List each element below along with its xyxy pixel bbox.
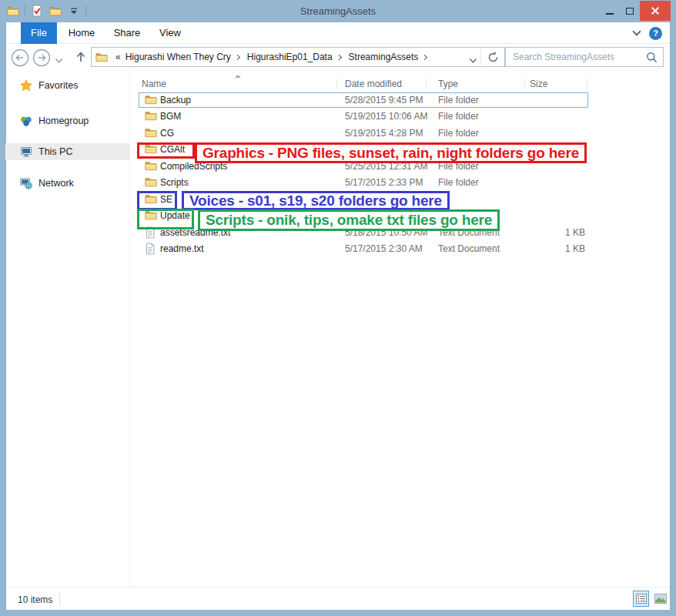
date-modified: 5/17/2015 2:30 AM — [345, 241, 423, 256]
maximize-icon — [626, 8, 634, 15]
file-name: CG — [160, 126, 174, 141]
folder-icon — [145, 127, 157, 139]
table-row[interactable]: CG5/19/2015 4:28 PMFile folder — [139, 126, 588, 141]
sidebar-item-label: Favorites — [38, 80, 78, 91]
ribbon-tab-bar: ? FileHomeShareView — [6, 22, 670, 44]
file-name: readme.txt — [160, 241, 204, 256]
sidebar-item-homegroup[interactable]: Homegroup — [5, 112, 129, 129]
address-dropdown-icon[interactable] — [470, 55, 477, 65]
column-header-type[interactable]: Type — [438, 74, 500, 92]
column-header-size[interactable]: Size — [530, 74, 576, 92]
sidebar-item-label: Network — [38, 178, 74, 189]
breadcrumb-item[interactable]: StreamingAssets — [346, 52, 422, 62]
thumbnails-view-icon[interactable] — [652, 591, 668, 607]
column-divider[interactable] — [587, 79, 587, 90]
search-input[interactable] — [506, 48, 663, 66]
sidebar-divider — [129, 71, 130, 587]
folder-icon — [95, 52, 108, 62]
file-size: 1 KB — [565, 225, 585, 240]
maximize-button[interactable] — [620, 1, 639, 21]
column-divider[interactable] — [426, 79, 427, 90]
forward-button[interactable] — [32, 49, 51, 69]
window-title: StreamingAssets — [0, 5, 676, 17]
close-button[interactable] — [640, 1, 671, 21]
help-icon[interactable]: ? — [649, 27, 662, 40]
table-row[interactable]: Backup5/28/2015 9:45 PMFile folder — [139, 92, 588, 108]
close-icon — [651, 6, 660, 15]
details-view-icon[interactable] — [633, 591, 649, 607]
column-header-date-modified[interactable]: Date modified — [345, 74, 422, 92]
date-modified: 5/19/2015 4:28 PM — [345, 126, 423, 141]
chevron-right-icon[interactable] — [422, 54, 427, 59]
date-modified: 5/17/2015 2:33 PM — [345, 175, 423, 190]
cgalt-highlight-box — [137, 142, 195, 159]
sidebar-item-label: Homegroup — [38, 116, 89, 126]
explorer-window: StreamingAssets ? FileHomeShareView « Hi… — [0, 0, 676, 616]
tab-label: View — [159, 27, 181, 38]
separator — [59, 592, 60, 606]
file-type: File folder — [438, 126, 479, 141]
statusbar: 10 items — [6, 587, 670, 610]
breadcrumb-item[interactable]: Higurashi When They Cry — [122, 52, 234, 62]
tab-view[interactable]: View — [151, 22, 189, 44]
se-annotation: Voices - s01, s19, s20 folders go here — [182, 191, 450, 210]
navigation-bar: « Higurashi When They CryHigurashiEp01_D… — [6, 44, 670, 71]
table-row[interactable]: readme.txt5/17/2015 2:30 AMText Document… — [139, 241, 588, 256]
sort-ascending-icon — [235, 75, 241, 78]
sidebar-item-network[interactable]: Network — [5, 175, 129, 192]
search-icon[interactable] — [646, 52, 658, 65]
tab-label: Share — [114, 27, 141, 38]
column-divider[interactable] — [336, 79, 337, 90]
breadcrumb-overflow[interactable]: « — [111, 52, 122, 62]
chevron-right-icon[interactable] — [235, 54, 240, 59]
file-type: File folder — [438, 175, 479, 190]
sidebar-item-label: This PC — [38, 146, 72, 157]
refresh-icon[interactable] — [487, 51, 500, 66]
minimize-icon — [606, 13, 614, 15]
se-highlight-box — [137, 191, 177, 210]
tab-share[interactable]: Share — [106, 22, 148, 44]
network-icon — [20, 177, 32, 189]
folder-icon — [145, 176, 157, 189]
date-modified: 5/19/2015 10:06 AM — [345, 109, 427, 124]
folder-icon — [145, 160, 157, 172]
text-file-icon — [145, 243, 157, 255]
back-button[interactable] — [11, 49, 29, 69]
minimize-button[interactable] — [600, 1, 619, 21]
address-bar[interactable]: « Higurashi When They CryHigurashiEp01_D… — [91, 47, 505, 67]
homegroup-icon — [20, 115, 32, 127]
tab-file[interactable]: File — [21, 22, 57, 44]
recent-locations-dropdown-icon[interactable] — [55, 55, 62, 65]
breadcrumb: Higurashi When They CryHigurashiEp01_Dat… — [122, 52, 432, 62]
separator — [480, 49, 481, 65]
cgalt-annotation: Graphics - PNG files, sunset, rain, nigh… — [195, 142, 587, 163]
star-icon — [20, 79, 32, 92]
sidebar-item-this-pc[interactable]: This PC — [5, 143, 129, 160]
breadcrumb-item[interactable]: HigurashiEp01_Data — [244, 52, 336, 62]
file-type: Text Document — [438, 241, 500, 256]
sidebar-item-favorites[interactable]: Favorites — [5, 77, 129, 94]
tab-label: File — [31, 27, 47, 38]
titlebar: StreamingAssets — [0, 0, 676, 22]
update-highlight-box — [137, 209, 194, 229]
file-type: File folder — [438, 92, 479, 108]
date-modified: 5/28/2015 9:45 PM — [345, 92, 423, 108]
folder-icon — [145, 94, 157, 106]
column-divider[interactable] — [524, 79, 525, 90]
folder-icon — [145, 110, 157, 122]
table-row[interactable]: BGM5/19/2015 10:06 AMFile folder — [139, 109, 588, 124]
file-type: File folder — [438, 109, 479, 124]
chevron-down-icon[interactable] — [632, 27, 641, 35]
search-box — [505, 47, 664, 67]
column-header-row: Name Date modified Type Size — [129, 74, 664, 92]
table-row[interactable]: Scripts5/17/2015 2:33 PMFile folder — [139, 175, 588, 190]
file-name: BGM — [160, 109, 181, 124]
file-name: Backup — [160, 92, 191, 108]
tab-home[interactable]: Home — [62, 22, 102, 44]
computer-icon — [20, 146, 32, 158]
update-annotation: Scripts - onik, tips, omake txt files go… — [198, 209, 500, 231]
file-size: 1 KB — [565, 241, 585, 256]
tab-label: Home — [69, 27, 95, 38]
chevron-right-icon[interactable] — [336, 54, 342, 59]
up-button[interactable] — [74, 50, 88, 66]
